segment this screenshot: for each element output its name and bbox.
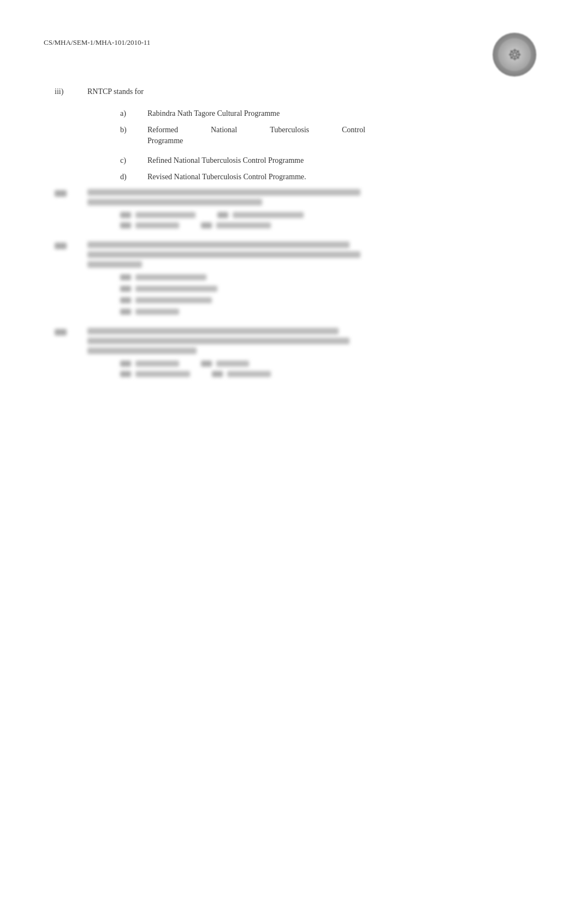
- question-v-blurred: [55, 242, 536, 315]
- option-d: d) Revised National Tuberculosis Control…: [120, 173, 536, 181]
- option-b-label: b): [120, 126, 147, 134]
- option-c-label: c): [120, 156, 147, 165]
- option-c: c) Refined National Tuberculosis Control…: [120, 156, 536, 165]
- option-a-text: Rabindra Nath Tagore Cultural Programme: [147, 109, 536, 118]
- page-header: CS/MHA/SEM-1/MHA-101/2010-11: [44, 33, 536, 76]
- option-b-col1: Reformed: [147, 126, 178, 134]
- government-emblem: [493, 33, 536, 76]
- question-vi-blurred: [55, 328, 536, 377]
- option-b-col4: Control: [342, 126, 365, 134]
- option-d-label: d): [120, 173, 147, 181]
- document-page: CS/MHA/SEM-1/MHA-101/2010-11 iii) RNTCP …: [0, 0, 580, 924]
- option-a-label: a): [120, 109, 147, 118]
- document-id: CS/MHA/SEM-1/MHA-101/2010-11: [44, 38, 150, 47]
- question-number: iii): [55, 87, 87, 96]
- page-content: iii) RNTCP stands for a) Rabindra Nath T…: [55, 87, 536, 377]
- option-b-col5: Programme: [147, 137, 183, 145]
- option-a: a) Rabindra Nath Tagore Cultural Program…: [120, 109, 536, 118]
- option-d-text: Revised National Tuberculosis Control Pr…: [147, 173, 536, 181]
- option-b: b) Reformed National Tuberculosis Contro…: [120, 126, 536, 145]
- options-list-iii: a) Rabindra Nath Tagore Cultural Program…: [120, 109, 536, 181]
- option-c-text: Refined National Tuberculosis Control Pr…: [147, 156, 536, 165]
- question-text: RNTCP stands for: [87, 87, 536, 96]
- option-b-col3: Tuberculosis: [270, 126, 309, 134]
- question-iii: iii) RNTCP stands for: [55, 87, 536, 96]
- option-b-col2: National: [211, 126, 237, 134]
- question-iv-blurred: [55, 189, 536, 228]
